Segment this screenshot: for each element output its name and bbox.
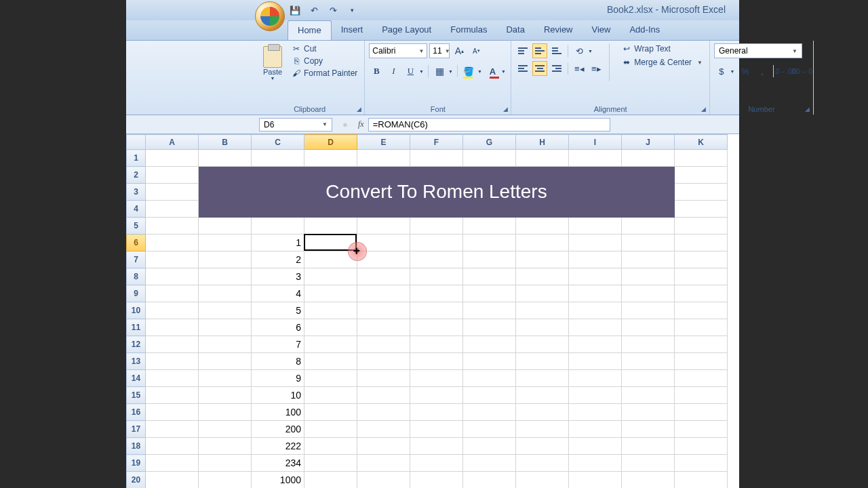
cell-F9[interactable]	[410, 285, 463, 302]
cell-K4[interactable]	[675, 201, 728, 218]
cell-G14[interactable]	[463, 370, 516, 387]
col-header-F[interactable]: F	[410, 135, 463, 150]
fx-icon[interactable]: fx	[358, 119, 364, 129]
align-right-icon[interactable]	[549, 61, 564, 76]
cell-A19[interactable]	[146, 455, 199, 472]
cell-K14[interactable]	[675, 370, 728, 387]
cell-B11[interactable]	[199, 319, 252, 336]
cell-I6[interactable]	[569, 235, 622, 251]
underline-button[interactable]: U	[403, 64, 418, 79]
cell-H18[interactable]	[516, 438, 569, 455]
font-color-button[interactable]: A	[485, 64, 500, 79]
cell-H10[interactable]	[516, 302, 569, 319]
copy-button[interactable]: ⎘Copy	[289, 56, 360, 66]
cell-B17[interactable]	[199, 421, 252, 438]
cell-C16[interactable]: 100	[252, 404, 304, 421]
cell-F14[interactable]	[410, 370, 463, 387]
row-header-9[interactable]: 9	[127, 285, 146, 302]
cell-C7[interactable]: 2	[252, 251, 304, 268]
cell-C9[interactable]: 4	[252, 285, 304, 302]
fill-color-button[interactable]: 🪣	[461, 64, 476, 79]
cell-I15[interactable]	[569, 387, 622, 404]
cell-A6[interactable]	[146, 235, 199, 251]
cell-H5[interactable]	[516, 218, 569, 235]
cell-A17[interactable]	[146, 421, 199, 438]
cell-H8[interactable]	[516, 268, 569, 285]
cell-A10[interactable]	[146, 302, 199, 319]
cell-E19[interactable]	[357, 455, 410, 472]
cell-C6[interactable]: 1	[252, 235, 304, 251]
cell-K20[interactable]	[675, 472, 728, 489]
cell-J14[interactable]	[622, 370, 675, 387]
cancel-formula-icon[interactable]: ●	[339, 117, 351, 132]
cell-A1[interactable]	[146, 150, 199, 167]
name-box[interactable]: D6▼	[259, 118, 332, 131]
cell-B14[interactable]	[199, 370, 252, 387]
tab-home[interactable]: Home	[288, 20, 332, 40]
row-header-13[interactable]: 13	[127, 353, 146, 370]
tab-data[interactable]: Data	[496, 20, 534, 40]
cell-F5[interactable]	[410, 218, 463, 235]
row-header-14[interactable]: 14	[127, 370, 146, 387]
cell-E20[interactable]	[357, 472, 410, 489]
cell-G1[interactable]	[463, 150, 516, 167]
cell-K2[interactable]	[675, 167, 728, 184]
col-header-K[interactable]: K	[675, 135, 728, 150]
cell-C15[interactable]: 10	[252, 387, 304, 404]
cell-G7[interactable]	[463, 251, 516, 268]
cell-F13[interactable]	[410, 353, 463, 370]
save-icon[interactable]: 💾	[288, 3, 302, 18]
cell-B15[interactable]	[199, 387, 252, 404]
cell-B19[interactable]	[199, 455, 252, 472]
undo-icon[interactable]: ↶	[307, 3, 321, 18]
cell-F11[interactable]	[410, 319, 463, 336]
cell-J9[interactable]	[622, 285, 675, 302]
cell-H12[interactable]	[516, 336, 569, 353]
cell-K15[interactable]	[675, 387, 728, 404]
cell-K10[interactable]	[675, 302, 728, 319]
cell-K12[interactable]	[675, 336, 728, 353]
underline-dropdown-icon[interactable]: ▼	[418, 64, 425, 79]
cell-C12[interactable]: 7	[252, 336, 304, 353]
cell-F20[interactable]	[410, 472, 463, 489]
cell-B10[interactable]	[199, 302, 252, 319]
cell-G8[interactable]	[463, 268, 516, 285]
cell-E1[interactable]	[357, 150, 410, 167]
cell-F12[interactable]	[410, 336, 463, 353]
cell-D19[interactable]	[304, 455, 357, 472]
clipboard-launcher-icon[interactable]: ◢	[355, 105, 363, 113]
cut-button[interactable]: ✂Cut	[289, 43, 360, 54]
wrap-text-button[interactable]: ↩Wrap Text	[619, 43, 705, 54]
col-header-E[interactable]: E	[357, 135, 410, 150]
cell-G18[interactable]	[463, 438, 516, 455]
cell-F16[interactable]	[410, 404, 463, 421]
cell-G19[interactable]	[463, 455, 516, 472]
cell-J16[interactable]	[622, 404, 675, 421]
cell-J5[interactable]	[622, 218, 675, 235]
cell-A20[interactable]	[146, 472, 199, 489]
cell-I10[interactable]	[569, 302, 622, 319]
cell-K5[interactable]	[675, 218, 728, 235]
cell-I19[interactable]	[569, 455, 622, 472]
cell-F10[interactable]	[410, 302, 463, 319]
cell-H17[interactable]	[516, 421, 569, 438]
cell-K7[interactable]	[675, 251, 728, 268]
row-header-7[interactable]: 7	[127, 251, 146, 268]
alignment-launcher-icon[interactable]: ◢	[700, 105, 708, 113]
cell-J10[interactable]	[622, 302, 675, 319]
percent-button[interactable]: %	[738, 64, 753, 79]
cell-A9[interactable]	[146, 285, 199, 302]
cell-D12[interactable]	[304, 336, 357, 353]
cell-H15[interactable]	[516, 387, 569, 404]
number-format-combo[interactable]: General▼	[714, 43, 802, 58]
row-header-1[interactable]: 1	[127, 150, 146, 167]
cell-B12[interactable]	[199, 336, 252, 353]
cell-B8[interactable]	[199, 268, 252, 285]
col-header-G[interactable]: G	[463, 135, 516, 150]
cell-C5[interactable]	[252, 218, 304, 235]
cell-B5[interactable]	[199, 218, 252, 235]
col-header-A[interactable]: A	[146, 135, 199, 150]
cell-B18[interactable]	[199, 438, 252, 455]
cell-I8[interactable]	[569, 268, 622, 285]
cell-C1[interactable]	[252, 150, 304, 167]
